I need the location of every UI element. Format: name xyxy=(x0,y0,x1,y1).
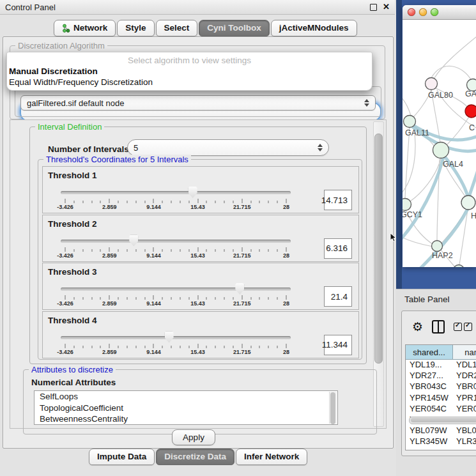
cell-shared-name: YBR043C xyxy=(406,381,452,392)
split-view-icon[interactable] xyxy=(432,320,445,334)
slider-thumb[interactable] xyxy=(165,332,174,343)
network-window-titlebar xyxy=(403,5,476,20)
slider-track[interactable] xyxy=(61,191,291,194)
thresholds-group-label: Threshold's Coordinates for 5 Intervals xyxy=(43,155,191,164)
threshold-value-field[interactable]: 14.713 xyxy=(324,190,352,210)
threshold-card-3: Threshold 3-3.4262.8599.14415.4321.71528… xyxy=(42,263,359,310)
tick-label: -3.426 xyxy=(57,252,73,259)
numerical-attributes-header: Numerical Attributes xyxy=(31,378,116,387)
cell-name: YPR145W xyxy=(452,393,476,404)
threshold-slider[interactable]: -3.4262.8599.14415.4321.71528 xyxy=(61,186,291,209)
tab-cyni-toolbox[interactable]: Cyni Toolbox xyxy=(199,20,270,36)
table-row[interactable]: YLR345WYLR345W xyxy=(406,436,476,447)
tab-label: Select xyxy=(164,23,190,33)
gear-icon[interactable]: ⚙ xyxy=(412,321,423,333)
cell-shared-name: YBL079W xyxy=(406,426,452,436)
cell-name: YDL19... xyxy=(452,360,476,371)
slider-thumb[interactable] xyxy=(129,235,138,247)
tab-label: jActiveMNodules xyxy=(279,23,349,33)
zoom-traffic-light-icon[interactable] xyxy=(431,8,438,16)
close-traffic-light-icon[interactable] xyxy=(408,8,415,16)
close-icon[interactable]: ✕ xyxy=(383,2,390,12)
network-canvas[interactable]: GAL80GACGAL11GAL4GCY1HHAP2 xyxy=(403,19,476,267)
table-row[interactable]: YIL052CYIL052C xyxy=(406,448,476,451)
tab-style[interactable]: Style xyxy=(117,20,154,36)
tab-network[interactable]: Network xyxy=(54,20,116,36)
apply-button-label: Apply xyxy=(183,433,204,442)
numerical-attributes-list[interactable]: SelfLoopsTopologicalCoefficientBetweenne… xyxy=(34,390,338,425)
column-header-name[interactable]: name xyxy=(453,345,476,359)
slider-track[interactable] xyxy=(61,240,291,243)
slider-track[interactable] xyxy=(61,336,291,339)
tick-label: -3.426 xyxy=(57,300,73,307)
node-label: C xyxy=(469,123,475,132)
attribute-list-item[interactable]: SelfLoops xyxy=(35,391,337,403)
table-row[interactable]: YDL19...YDL19... xyxy=(406,360,476,371)
tick-label: -3.426 xyxy=(57,204,73,210)
network-node-gal4[interactable] xyxy=(433,142,449,158)
network-node-gcy1[interactable] xyxy=(403,199,411,211)
checkbox-icon[interactable] xyxy=(454,323,462,331)
apply-button[interactable]: Apply xyxy=(172,429,215,445)
column-header-shared-name[interactable]: shared... xyxy=(406,345,453,359)
slider-track[interactable] xyxy=(61,288,291,291)
tab-infer-network[interactable]: Infer Network xyxy=(236,449,307,465)
cell-shared-name: YER054C xyxy=(406,404,452,415)
network-edge xyxy=(403,96,415,195)
threshold-value-field[interactable]: 11.344 xyxy=(324,335,352,355)
threshold-card-4: Threshold 4-3.4262.8599.14415.4321.71528… xyxy=(42,311,359,358)
attributes-group: Attributes to discretize Numerical Attri… xyxy=(23,369,377,434)
slider-thumb[interactable] xyxy=(188,187,197,198)
dropdown-item-manual-discretization[interactable]: Manual Discretization xyxy=(9,66,98,76)
list-scrollbar[interactable] xyxy=(329,392,337,424)
network-node-h[interactable] xyxy=(461,196,475,210)
float-window-icon[interactable] xyxy=(370,4,377,11)
table-row[interactable]: YBR043CYBR043C xyxy=(406,381,476,392)
node-label: GAL11 xyxy=(405,128,429,137)
tick-label: 9.144 xyxy=(146,300,161,307)
table-row[interactable]: YPR145WYPR145W xyxy=(406,393,476,404)
tick-label: 15.43 xyxy=(190,252,205,259)
slider-tick-labels: -3.4262.8599.14415.4321.71528 xyxy=(65,204,286,211)
network-view-window[interactable]: GAL80GACGAL11GAL4GCY1HHAP2 xyxy=(403,5,476,267)
table-horizontal-scrollbar[interactable] xyxy=(409,417,476,424)
tick-label: 28 xyxy=(283,300,289,307)
tab-select[interactable]: Select xyxy=(156,20,198,36)
table-row[interactable]: YDR27...YDR27... xyxy=(406,371,476,381)
threshold-slider[interactable]: -3.4262.8599.14415.4321.71528 xyxy=(61,331,291,354)
network-node-gal80[interactable] xyxy=(426,78,438,90)
tab-jactivemnodules[interactable]: jActiveMNodules xyxy=(271,20,357,36)
network-edge xyxy=(403,236,436,247)
tab-discretize-data[interactable]: Discretize Data xyxy=(156,449,234,465)
hscrollbar-thumb[interactable] xyxy=(411,418,476,422)
attribute-list-item[interactable]: BetweennessCentrality xyxy=(35,413,337,425)
slider-thumb[interactable] xyxy=(235,283,244,295)
threshold-slider[interactable]: -3.4262.8599.14415.4321.71528 xyxy=(61,282,291,305)
threshold-slider[interactable]: -3.4262.8599.14415.4321.71528 xyxy=(61,234,291,257)
node-table[interactable]: shared... name YDL19...YDL19...YDR27...Y… xyxy=(405,344,476,450)
minimize-traffic-light-icon[interactable] xyxy=(419,8,427,16)
network-node-hap2[interactable] xyxy=(432,241,443,252)
table-row[interactable]: YER054CYER054C xyxy=(406,404,476,415)
dropdown-prompt: Select algorithm to view settings xyxy=(7,56,372,65)
table-data-select[interactable]: galFiltered.sif default node xyxy=(20,95,376,111)
threshold-value-field[interactable]: 6.316 xyxy=(324,238,352,259)
tab-impute-data[interactable]: Impute Data xyxy=(89,449,155,465)
scrollbar-thumb[interactable] xyxy=(374,134,383,364)
network-icon xyxy=(62,24,70,33)
network-node-c[interactable] xyxy=(465,105,476,118)
threshold-card-1: Threshold 1-3.4262.8599.14415.4321.71528… xyxy=(42,166,359,213)
network-node-gal11[interactable] xyxy=(404,116,416,128)
tab-label: Infer Network xyxy=(244,452,299,461)
attribute-list-item[interactable]: TopologicalCoefficient xyxy=(35,403,337,414)
algorithm-dropdown-popup: Select algorithm to view settings Manual… xyxy=(6,52,372,91)
threshold-label: Threshold 3 xyxy=(48,267,97,277)
checkbox-icon[interactable] xyxy=(464,323,472,331)
slider-ticks xyxy=(65,344,286,348)
tab-label: Impute Data xyxy=(97,452,146,461)
network-node[interactable] xyxy=(454,265,464,268)
threshold-value-field[interactable]: 21.4 xyxy=(324,286,352,307)
dropdown-item-equal-width-frequency[interactable]: Equal Width/Frequency Discretization xyxy=(9,77,153,87)
table-row[interactable]: YBL079WYBL079W xyxy=(406,426,476,436)
number-of-intervals-select[interactable]: 5 xyxy=(127,139,329,156)
